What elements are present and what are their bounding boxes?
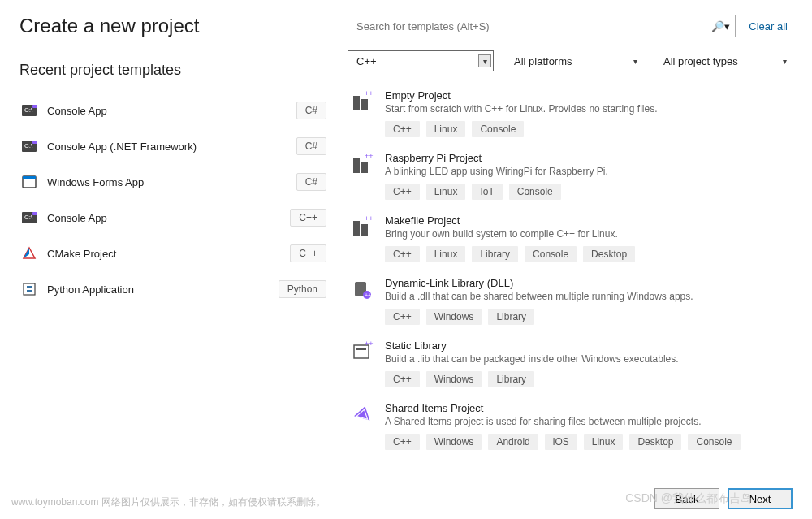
template-tag: iOS (545, 434, 577, 450)
template-tags: C++LinuxIoTConsole (385, 184, 789, 200)
lang-badge: C++ (290, 209, 326, 227)
recent-item-label: Windows Forms App (47, 176, 296, 188)
template-item[interactable]: Shared Items ProjectA Shared Items proje… (348, 397, 793, 455)
template-item[interactable]: ++Dynamic-Link Library (DLL)Build a .dll… (348, 272, 793, 330)
svg-rect-27 (356, 348, 366, 350)
dropdown-label: All project types (663, 55, 738, 67)
template-list: ++Empty ProjectStart from scratch with C… (348, 84, 793, 458)
svg-text:C:\: C:\ (24, 214, 33, 221)
template-item[interactable]: ++Static LibraryBuild a .lib that can be… (348, 335, 793, 392)
template-tag: C++ (385, 309, 420, 325)
template-item[interactable]: ++Empty ProjectStart from scratch with C… (348, 84, 793, 142)
template-tag: Windows (426, 371, 482, 387)
lang-badge: C# (296, 173, 326, 191)
svg-text:++: ++ (365, 89, 374, 97)
recent-item[interactable]: CMake Project C++ (19, 236, 328, 270)
template-title: Makefile Project (385, 214, 789, 227)
recent-item[interactable]: Python Application Python (19, 272, 328, 306)
svg-text:++: ++ (365, 340, 374, 348)
chevron-down-icon: ▾ (783, 57, 787, 66)
lang-badge: C++ (290, 244, 326, 262)
search-input[interactable] (356, 20, 706, 32)
recent-item-label: Python Application (47, 283, 279, 296)
forms-icon (21, 174, 37, 190)
dropdown-label: C++ (356, 55, 377, 67)
search-icon[interactable]: 🔎▾ (706, 15, 730, 37)
back-button[interactable]: Back (654, 488, 719, 509)
svg-rect-20 (353, 221, 360, 236)
cmake-icon (21, 245, 37, 262)
template-tag: Desktop (629, 434, 681, 450)
template-tag: Desktop (583, 246, 635, 262)
template-item[interactable]: ++Raspberry Pi ProjectA blinking LED app… (348, 147, 793, 205)
template-tags: C++WindowsAndroidiOSLinuxDesktopConsole (385, 434, 789, 450)
svg-rect-7 (23, 176, 36, 179)
lang-badge: Python (279, 280, 326, 298)
template-tag: Console (509, 184, 561, 200)
svg-rect-2 (32, 105, 37, 108)
recent-item[interactable]: C:\ Console App (.NET Framework) C# (19, 129, 328, 163)
template-icon: ++ (351, 340, 375, 364)
template-tag: Linux (426, 184, 466, 200)
template-tag: Library (488, 309, 534, 325)
template-tags: C++LinuxConsole (385, 121, 789, 137)
template-item[interactable]: ++Makefile ProjectBring your own build s… (348, 210, 793, 267)
python-icon (21, 281, 37, 297)
recent-title: Recent project templates (19, 62, 328, 79)
recent-list: C:\ Console App C# C:\ Console App (.NET… (19, 93, 328, 306)
template-tag: Linux (426, 121, 466, 137)
language-dropdown[interactable]: C++ ▾ (348, 50, 494, 71)
lang-badge: C# (296, 137, 326, 155)
template-title: Raspberry Pi Project (385, 152, 789, 164)
template-tag: Console (688, 434, 740, 450)
lang-badge: C# (296, 102, 326, 119)
recent-item-label: CMake Project (47, 248, 290, 260)
recent-item[interactable]: Windows Forms App C# (19, 165, 328, 199)
svg-text:C:\: C:\ (24, 142, 33, 149)
clear-all-link[interactable]: Clear all (744, 20, 793, 32)
svg-rect-5 (32, 141, 37, 144)
template-tag: Windows (426, 434, 482, 450)
template-tag: Linux (426, 246, 466, 262)
template-tag: Library (488, 371, 534, 387)
page-title: Create a new project (19, 15, 328, 37)
svg-text:C:\: C:\ (24, 106, 33, 114)
svg-rect-15 (361, 99, 368, 110)
recent-item[interactable]: C:\ Console App C++ (19, 201, 328, 235)
template-desc: Start from scratch with C++ for Linux. P… (385, 103, 789, 115)
template-desc: Build a .dll that can be shared between … (385, 291, 789, 302)
svg-rect-17 (353, 158, 360, 173)
next-button[interactable]: Next (728, 488, 793, 509)
platform-dropdown[interactable]: All platforms ▾ (505, 50, 643, 71)
template-icon: ++ (351, 152, 375, 176)
template-tag: Linux (584, 434, 624, 450)
template-tag: C++ (385, 371, 420, 387)
template-desc: A blinking LED app using WiringPi for Ra… (385, 166, 789, 177)
svg-rect-14 (353, 96, 360, 110)
template-tag: C++ (385, 184, 420, 200)
template-tags: C++LinuxLibraryConsoleDesktop (385, 246, 789, 262)
template-tags: C++WindowsLibrary (385, 371, 789, 387)
recent-item-label: Console App (.NET Framework) (47, 141, 296, 153)
template-icon: ++ (351, 89, 375, 114)
template-icon (351, 402, 375, 426)
template-tag: IoT (472, 184, 502, 200)
template-tag: C++ (385, 246, 420, 262)
template-title: Static Library (385, 340, 789, 352)
svg-text:++: ++ (365, 292, 371, 298)
template-icon: ++ (351, 214, 375, 239)
recent-item-label: Console App (47, 212, 290, 224)
recent-item[interactable]: C:\ Console App C# (19, 93, 328, 128)
template-tag: Android (488, 434, 538, 450)
search-box[interactable]: 🔎▾ (348, 15, 736, 37)
console-icon: C:\ (21, 210, 37, 226)
chevron-down-icon: ▾ (633, 57, 637, 66)
project-type-dropdown[interactable]: All project types ▾ (654, 50, 793, 71)
template-title: Dynamic-Link Library (DLL) (385, 277, 789, 289)
svg-rect-13 (24, 283, 35, 295)
template-tag: C++ (385, 434, 420, 450)
recent-item-label: Console App (47, 105, 296, 117)
svg-text:++: ++ (365, 152, 374, 160)
template-desc: A Shared Items project is used for shari… (385, 416, 789, 427)
template-tags: C++WindowsLibrary (385, 309, 789, 325)
